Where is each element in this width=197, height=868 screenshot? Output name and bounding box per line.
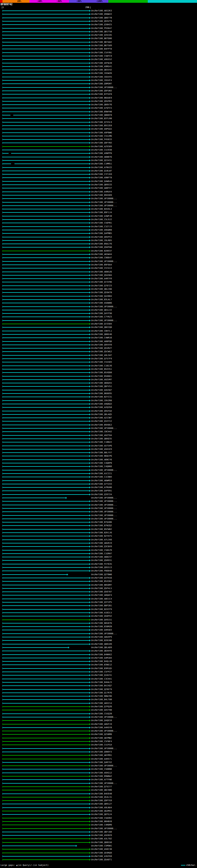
hit-line[interactable] [2, 553, 89, 554]
hit-label[interactable]: UniRef100_B4S9L4 [91, 208, 112, 211]
hit-label[interactable]: UniRef100_Q3CBX9 [91, 545, 112, 548]
hit-label[interactable]: UniRef100_B4HAJ3 [91, 681, 112, 684]
hit-label[interactable]: UniRef100_A4H571 [91, 758, 112, 761]
hit-label[interactable]: UniRef100_Q4W644 [91, 180, 112, 183]
hit-label[interactable]: UniRef100_A9L5H7 [91, 354, 112, 357]
hit-label[interactable]: UniRef100_A7QTC5 [91, 107, 112, 110]
hit-label[interactable]: UniRef100_B6TA82 [91, 41, 112, 44]
hit-line[interactable] [2, 570, 89, 571]
hit-line[interactable] [2, 386, 89, 387]
hit-line[interactable] [2, 303, 89, 303]
hit-line[interactable] [2, 672, 89, 672]
hit-line[interactable] [2, 832, 89, 832]
hit-line[interactable] [2, 104, 89, 105]
hit-line[interactable] [11, 153, 89, 154]
hit-label[interactable]: UniRef100_B6TD86 [91, 37, 112, 40]
hit-line[interactable] [2, 620, 89, 620]
hit-label[interactable]: UniRef100_C6SVV5 [91, 76, 112, 79]
hit-label[interactable]: UniRef100_A1CII1 [91, 472, 112, 475]
hit-label[interactable]: UniRef100_A9LNU4 [91, 806, 112, 809]
hit-label[interactable]: UniRef100_B3LAL7 [91, 298, 112, 301]
hit-line[interactable] [2, 181, 89, 182]
hit-label[interactable]: UniRef100_B4FPT8 [91, 48, 112, 51]
hit-label[interactable]: UniRef100_B7FGF8 [91, 93, 112, 96]
hit-line[interactable] [2, 226, 89, 227]
hit-label[interactable]: UniRef100_B5X351 [91, 368, 112, 371]
hit-label[interactable]: UniRef100_B6UUE9 [91, 97, 112, 99]
hit-line[interactable] [2, 132, 89, 133]
hit-line[interactable] [2, 838, 89, 839]
hit-line[interactable] [2, 170, 89, 171]
hit-line[interactable] [2, 449, 89, 450]
hit-label[interactable]: UniRef100_Q7PQZ6 [91, 706, 112, 708]
hit-label[interactable]: UniRef100_UPI0000... [91, 747, 117, 750]
hit-label[interactable]: UniRef100_Q22431 [91, 159, 112, 162]
hit-label[interactable]: UniRef100_UPI0000... [91, 507, 117, 510]
hit-line[interactable] [2, 578, 89, 578]
hit-line[interactable] [2, 292, 89, 293]
hit-line[interactable] [2, 717, 89, 717]
hit-label[interactable]: UniRef100_UPI0000... [91, 632, 117, 635]
hit-label[interactable]: UniRef100_C5FP27 [91, 671, 112, 673]
hit-line[interactable] [2, 616, 89, 616]
hit-label[interactable]: UniRef100_A4HSY8 [91, 726, 112, 729]
hit-label[interactable]: UniRef100_C4WR16 [91, 337, 112, 339]
hit-label[interactable]: UniRef100_C6SVF4 [91, 79, 112, 82]
hit-label[interactable]: UniRef100_UPI0000... [91, 765, 117, 767]
hit-line[interactable] [2, 630, 89, 630]
hit-label[interactable]: UniRef100_A9NPP8 [91, 152, 112, 155]
hit-line[interactable] [2, 70, 89, 70]
hit-line[interactable] [2, 494, 89, 495]
hit-label[interactable]: UniRef100_UPI0000... [91, 427, 117, 430]
hit-line[interactable] [2, 414, 89, 415]
hit-line[interactable] [2, 223, 89, 223]
hit-line[interactable] [2, 21, 89, 22]
hit-label[interactable]: UniRef100_UPI0000... [91, 305, 117, 308]
hit-line[interactable] [2, 658, 89, 658]
hit-line[interactable] [2, 564, 89, 564]
hit-line[interactable] [2, 818, 89, 818]
hit-label[interactable]: UniRef100_C7YRZ3 [91, 316, 112, 318]
hit-line[interactable] [2, 313, 89, 314]
hit-line[interactable] [2, 845, 76, 846]
hit-line[interactable] [13, 115, 89, 116]
hit-line[interactable] [2, 602, 89, 602]
hit-label[interactable]: UniRef100_C0VZR8 [91, 399, 112, 402]
hit-label[interactable]: UniRef100_B9XXD9 [91, 194, 112, 197]
hit-label[interactable]: UniRef100_Q6LC66 [91, 288, 112, 291]
hit-line[interactable] [2, 550, 89, 551]
hit-line[interactable] [2, 310, 89, 310]
hit-line[interactable] [2, 529, 89, 530]
hit-label[interactable]: UniRef100_Q9VVV9 [91, 344, 112, 346]
hit-label[interactable]: UniRef100_C56PB1 [91, 222, 112, 224]
hit-line[interactable] [2, 184, 89, 185]
hit-line[interactable] [2, 240, 89, 241]
hit-line[interactable] [2, 174, 89, 175]
hit-line[interactable] [2, 560, 89, 561]
hit-label[interactable]: UniRef100_A9US52 [91, 58, 112, 61]
hit-label[interactable]: UniRef100_B2B937 [91, 250, 112, 252]
hit-label[interactable]: UniRef100_A6SW44 [91, 253, 112, 256]
hit-label[interactable]: UniRef100_A9UQR8 [91, 229, 112, 231]
hit-label[interactable]: UniRef100_A6YMW2 [91, 737, 112, 740]
hit-line[interactable] [2, 800, 89, 801]
hit-label[interactable]: UniRef100_C5FNF4 [91, 740, 112, 743]
hit-line[interactable] [2, 675, 89, 676]
hit-line[interactable] [2, 421, 89, 422]
hit-label[interactable]: UniRef100_A8X214 [91, 702, 112, 705]
hit-label[interactable]: UniRef100_A8IZK3 [91, 9, 112, 12]
hit-line[interactable] [2, 651, 89, 651]
hit-label[interactable]: UniRef100_B201N8 [91, 639, 112, 642]
hit-label[interactable]: UniRef100_A5T5P6 [91, 445, 112, 447]
hit-label[interactable]: UniRef100_C5DBN0 [91, 768, 112, 771]
hit-label[interactable]: UniRef100_A8BTV7 [91, 187, 112, 190]
hit-label[interactable]: UniRef100_A5DC38 [91, 848, 112, 851]
hit-line[interactable] [2, 790, 89, 790]
hit-line[interactable] [2, 167, 89, 168]
hit-line[interactable] [2, 219, 89, 220]
hit-label[interactable]: UniRef100_Q75CY7 [91, 785, 112, 788]
hit-label[interactable]: UniRef100_C1BN22 [91, 441, 112, 444]
hit-line[interactable] [2, 331, 89, 331]
hit-line[interactable] [2, 825, 89, 825]
hit-label[interactable]: UniRef100_Q9SPB3 [91, 100, 112, 103]
